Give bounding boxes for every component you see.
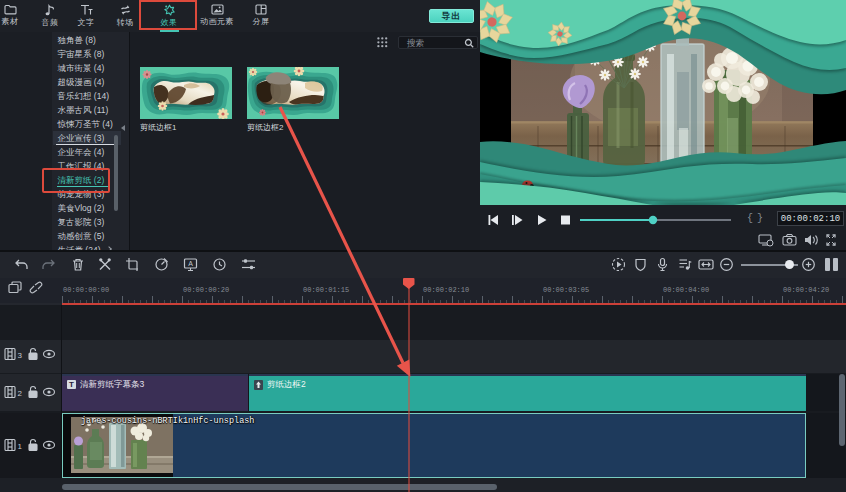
- svg-text:A: A: [188, 260, 193, 267]
- svg-text:1: 1: [18, 442, 23, 451]
- svg-text:2: 2: [18, 389, 23, 398]
- svg-text:3: 3: [18, 351, 23, 360]
